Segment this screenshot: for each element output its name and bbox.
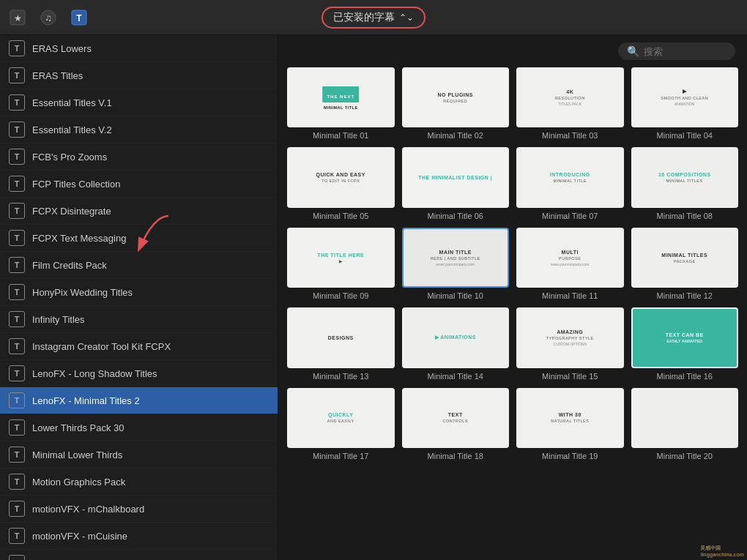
search-input[interactable] (644, 46, 726, 57)
grid-item-t19[interactable]: WITH 30NATURAL TITLES Minimal Title 19 (516, 388, 624, 460)
sidebar-item-fcpx-disintegrate[interactable]: T FCPX Disintegrate (0, 198, 278, 225)
grid-container: THE NEXT MINIMAL TITLE Minimal Title 01 … (278, 64, 747, 560)
sidebar-item-label: motionVFX - mChalkboard (32, 504, 144, 515)
grid-item-t13[interactable]: DESIGNS Minimal Title 13 (287, 307, 395, 380)
grid-item-t02[interactable]: NO PLUGINSREQUIRED Minimal Title 02 (402, 67, 510, 140)
sidebar-item-label: Infinity Titles (32, 314, 85, 325)
sidebar-item-label: FCB's Pro Zooms (32, 152, 107, 163)
grid-item-caption: Minimal Title 18 (402, 452, 510, 460)
sidebar-item-minimal-lower-thirds[interactable]: T Minimal Lower Thirds (0, 441, 278, 468)
sidebar-item-label: FCPX Disintegrate (32, 206, 111, 217)
sidebar-item-label: ERAS Lowers (32, 43, 92, 54)
grid-item-caption: Minimal Title 05 (287, 212, 395, 220)
sidebar-item-essential-titles-v1[interactable]: T Essential Titles V.1 (0, 89, 278, 116)
sidebar-item-lower-thirds-pack-30[interactable]: T Lower Thirds Pack 30 (0, 414, 278, 441)
t-icon: T (9, 311, 25, 327)
grid-item-caption: Minimal Title 19 (516, 452, 624, 460)
watermark: 灵感中国lingganchina.com (700, 545, 744, 557)
sidebar-item-label: Essential Titles V.1 (32, 97, 112, 108)
sidebar-item-essential-titles-v2[interactable]: T Essential Titles V.2 (0, 116, 278, 143)
sidebar-item-label: HonyPix Wedding Titles (32, 287, 133, 298)
sidebar-item-lenofx-minimal-titles-2[interactable]: T LenoFX - Minimal Titles 2 (0, 387, 278, 414)
grid-item-t17[interactable]: QUICKLYAND EASILY Minimal Title 17 (287, 388, 395, 460)
svg-text:T: T (76, 13, 82, 23)
sidebar-item-eras-lowers[interactable]: T ERAS Lowers (0, 35, 278, 62)
grid-item-caption: Minimal Title 17 (287, 452, 395, 460)
t-icon: T (9, 392, 25, 408)
search-bar: 🔍 (278, 35, 747, 64)
sidebar-item-label: LenoFX - Long Shadow Titles (32, 368, 157, 379)
main-layout: T ERAS Lowers T ERAS Titles T Essential … (0, 35, 747, 560)
sidebar: T ERAS Lowers T ERAS Titles T Essential … (0, 35, 278, 560)
grid-item-caption: Minimal Title 04 (631, 131, 739, 140)
grid-item-t11[interactable]: MULTIPURPOSEwww.yourcompany.com Minimal … (516, 228, 624, 300)
sidebar-item-fcpx-text-messaging[interactable]: T FCPX Text Messaging (0, 225, 278, 252)
sidebar-item-motionvfx-mcuisine[interactable]: T motionVFX - mCuisine (0, 523, 278, 550)
grid-item-caption: Minimal Title 08 (631, 212, 739, 220)
sidebar-item-motionvfx-mchalkboard[interactable]: T motionVFX - mChalkboard (0, 496, 278, 523)
sidebar-item-infinity-titles[interactable]: T Infinity Titles (0, 306, 278, 333)
grid-item-t04[interactable]: ▶SMOOTH AND CLEANANIMATION Minimal Title… (631, 67, 739, 140)
sidebar-item-label: Essential Titles V.2 (32, 124, 112, 135)
grid-item-t15[interactable]: AMAZINGTYPOGRAPHY STYLECUSTOM OPTIONS Mi… (516, 307, 624, 380)
grid: THE NEXT MINIMAL TITLE Minimal Title 01 … (287, 67, 738, 460)
grid-item-t05[interactable]: QUICK AND EASYTO EDIT IN FCPX Minimal Ti… (287, 147, 395, 220)
grid-item-caption: Minimal Title 16 (631, 372, 739, 381)
grid-item-t06[interactable]: THE MINIMALIST DESIGN | Minimal Title 06 (402, 147, 510, 220)
sidebar-item-honypix-wedding-titles[interactable]: T HonyPix Wedding Titles (0, 279, 278, 306)
grid-item-caption: Minimal Title 03 (516, 131, 624, 140)
sidebar-item-label: Minimal Lower Thirds (32, 449, 122, 460)
grid-item-t03[interactable]: 4KRESOLUTIONTITLES PACK Minimal Title 03 (516, 67, 624, 140)
sidebar-item-instagram-creator-tool-kit[interactable]: T Instagram Creator Tool Kit FCPX (0, 333, 278, 360)
sidebar-item-film-credits-pack[interactable]: T Film Credits Pack (0, 252, 278, 279)
sidebar-item-label: Instagram Creator Tool Kit FCPX (32, 341, 171, 352)
t-icon: T (9, 94, 25, 111)
search-icon: 🔍 (627, 45, 639, 57)
sidebar-item-label: Film Credits Pack (32, 260, 107, 271)
sidebar-item-eras-titles[interactable]: T ERAS Titles (0, 62, 278, 89)
search-input-wrap[interactable]: 🔍 (618, 42, 735, 60)
grid-item-t16[interactable]: TEXT CAN BE EASILY ANIMATED Minimal Titl… (631, 307, 739, 380)
sidebar-item-label: motionVFX - mEvent (32, 558, 120, 561)
sidebar-item-label: FCP Titles Collection (32, 179, 120, 190)
svg-text:♫: ♫ (45, 12, 52, 23)
t-icon: T (9, 149, 25, 165)
grid-item-caption: Minimal Title 07 (516, 212, 624, 220)
dropdown-label: 已安装的字幕 (333, 11, 395, 24)
t-icon: T (9, 257, 25, 273)
grid-item-caption: Minimal Title 13 (287, 372, 395, 381)
grid-item-caption: Minimal Title 02 (402, 131, 510, 140)
grid-item-t10[interactable]: MAIN TITLEHERE | AND SUBTITLEwww.yourcom… (402, 228, 510, 300)
grid-item-t14[interactable]: ▶ ANIMATIONS Minimal Title 14 (402, 307, 510, 380)
sidebar-item-fcp-titles-collection[interactable]: T FCP Titles Collection (0, 171, 278, 198)
grid-item-caption: Minimal Title 20 (631, 452, 739, 460)
sidebar-item-label: motionVFX - mCuisine (32, 531, 127, 542)
sidebar-item-label: Lower Thirds Pack 30 (32, 422, 124, 433)
grid-item-t01[interactable]: THE NEXT MINIMAL TITLE Minimal Title 01 (287, 67, 395, 140)
t-icon: T (9, 230, 25, 246)
grid-item-t09[interactable]: THE TITLE HERE▶ Minimal Title 09 (287, 228, 395, 300)
grid-item-t08[interactable]: 16 COMPOSITIONSMINIMAL TITLES Minimal Ti… (631, 147, 739, 220)
t-icon: T (9, 447, 25, 463)
content-area: 🔍 THE NEXT MINIMAL TITLE Minimal Title 0… (278, 35, 747, 560)
sidebar-item-fcbs-pro-zooms[interactable]: T FCB's Pro Zooms (0, 143, 278, 171)
t-icon: T (9, 284, 25, 300)
grid-item-t20[interactable]: 灵感中国lingganchina.com Minimal Title 20 (631, 388, 739, 460)
music-icon[interactable]: ♫ (38, 7, 59, 28)
t-icon: T (9, 338, 25, 354)
sidebar-item-label: FCPX Text Messaging (32, 233, 126, 244)
grid-item-t18[interactable]: TEXTCONTROLS Minimal Title 18 (402, 388, 510, 460)
sidebar-item-motion-graphics-pack[interactable]: T Motion Graphics Pack (0, 468, 278, 496)
grid-item-t12[interactable]: MINIMAL TITLESPACKAGE Minimal Title 12 (631, 228, 739, 300)
t-icon: T (9, 67, 25, 83)
star-icon[interactable]: ★ (7, 7, 28, 28)
sidebar-item-lenofx-long-shadow[interactable]: T LenoFX - Long Shadow Titles (0, 360, 278, 387)
sidebar-item-label: ERAS Titles (32, 70, 83, 81)
sidebar-item-motionvfx-mevent[interactable]: T motionVFX - mEvent (0, 550, 278, 560)
t-icon: T (9, 419, 25, 436)
grid-item-caption: Minimal Title 12 (631, 291, 739, 300)
grid-item-t07[interactable]: INTRODUCINGMINIMAL TITLE Minimal Title 0… (516, 147, 624, 220)
grid-item-caption: Minimal Title 10 (402, 291, 510, 300)
title-icon[interactable]: T (69, 7, 89, 28)
installed-captions-dropdown[interactable]: 已安装的字幕 ⌃⌄ (322, 7, 425, 29)
